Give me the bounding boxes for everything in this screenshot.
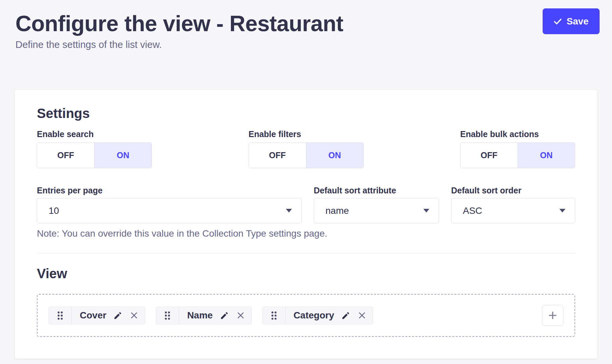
field-chip-body: Name (179, 307, 251, 324)
save-button-label: Save (567, 16, 589, 27)
drag-handle-icon (57, 311, 63, 320)
toggle-row: Enable search OFF ON Enable filters OFF … (37, 130, 575, 168)
enable-search-off-option[interactable]: OFF (37, 143, 95, 168)
field-chip-label: Name (187, 310, 212, 321)
entries-per-page-label: Entries per page (37, 186, 302, 195)
close-icon (357, 311, 367, 320)
enable-search-field: Enable search OFF ON (37, 130, 152, 168)
field-chip-name: Name (156, 307, 251, 324)
pencil-icon (341, 311, 350, 320)
entries-per-page-field: Entries per page 10 (37, 186, 302, 223)
field-chip-label: Category (294, 310, 334, 321)
enable-bulk-actions-label: Enable bulk actions (460, 130, 575, 138)
edit-field-button[interactable] (220, 311, 229, 320)
enable-search-label: Enable search (37, 130, 152, 138)
close-icon (129, 311, 139, 320)
default-sort-order-select[interactable]: ASC (451, 198, 575, 223)
enable-bulk-actions-on-option[interactable]: ON (518, 143, 575, 168)
default-sort-attribute-field: Default sort attribute name (314, 186, 439, 223)
enable-search-on-option[interactable]: ON (95, 143, 151, 168)
enable-filters-field: Enable filters OFF ON (249, 130, 364, 168)
enable-search-toggle: OFF ON (37, 142, 152, 168)
drag-handle[interactable] (263, 307, 286, 324)
pencil-icon (113, 311, 122, 320)
entries-per-page-note: Note: You can override this value in the… (37, 229, 575, 239)
default-sort-order-value: ASC (463, 205, 482, 216)
remove-field-button[interactable] (357, 311, 367, 320)
field-chip-body: Cover (72, 307, 145, 324)
enable-filters-label: Enable filters (249, 130, 364, 138)
section-divider (37, 253, 575, 253)
settings-section-heading: Settings (37, 107, 575, 120)
view-section-heading: View (37, 267, 575, 280)
edit-field-button[interactable] (113, 311, 122, 320)
chevron-down-icon (559, 209, 565, 213)
field-layout-dropzone: Cover Name (37, 294, 575, 337)
enable-bulk-actions-field: Enable bulk actions OFF ON (460, 130, 575, 168)
page-subtitle: Define the settings of the list view. (15, 39, 597, 51)
plus-icon (547, 310, 558, 321)
drag-handle[interactable] (156, 307, 179, 324)
entries-per-page-value: 10 (49, 205, 59, 216)
drag-handle-icon (271, 311, 277, 320)
enable-bulk-actions-off-option[interactable]: OFF (461, 143, 518, 168)
remove-field-button[interactable] (129, 311, 139, 320)
field-chip-body: Category (286, 307, 373, 324)
chevron-down-icon (286, 209, 292, 213)
chevron-down-icon (423, 209, 429, 213)
field-chip-label: Cover (80, 310, 106, 321)
enable-filters-toggle: OFF ON (249, 142, 364, 168)
field-chip-cover: Cover (49, 307, 145, 324)
default-sort-attribute-select[interactable]: name (314, 198, 439, 223)
close-icon (236, 311, 245, 320)
save-button[interactable]: Save (543, 8, 600, 34)
default-sort-order-field: Default sort order ASC (451, 186, 575, 223)
default-sort-attribute-value: name (325, 205, 349, 216)
page-header: Configure the view - Restaurant Define t… (0, 0, 612, 90)
settings-card: Settings Enable search OFF ON Enable fil… (15, 90, 597, 359)
selects-row: Entries per page 10 Default sort attribu… (37, 186, 575, 223)
page-title: Configure the view - Restaurant (15, 12, 597, 35)
default-sort-attribute-label: Default sort attribute (314, 186, 439, 195)
field-chip-category: Category (262, 307, 373, 324)
remove-field-button[interactable] (236, 311, 245, 320)
edit-field-button[interactable] (341, 311, 350, 320)
drag-handle[interactable] (49, 307, 72, 324)
default-sort-order-label: Default sort order (451, 186, 575, 195)
drag-handle-icon (164, 311, 171, 320)
enable-filters-off-option[interactable]: OFF (249, 143, 306, 168)
add-field-button[interactable] (542, 305, 563, 326)
pencil-icon (220, 311, 229, 320)
enable-bulk-actions-toggle: OFF ON (460, 142, 575, 168)
check-icon (554, 18, 562, 25)
enable-filters-on-option[interactable]: ON (306, 143, 363, 168)
entries-per-page-select[interactable]: 10 (37, 198, 302, 223)
